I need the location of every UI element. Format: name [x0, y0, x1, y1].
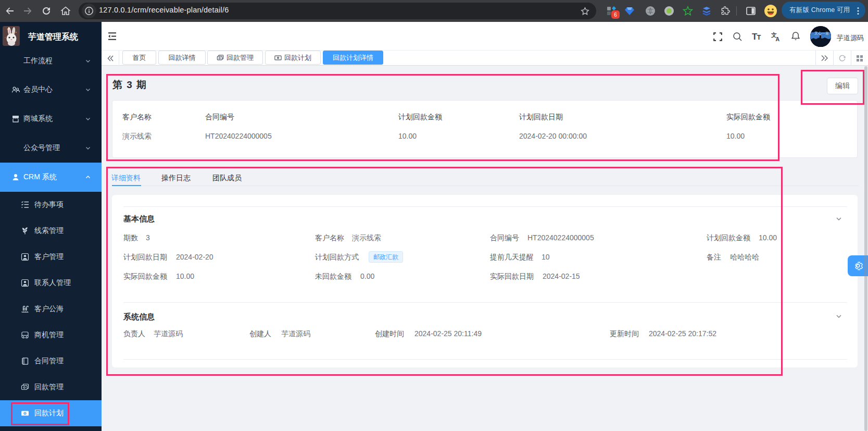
svg-text:A: A [776, 36, 780, 42]
svg-text:文心一言: 文心一言 [814, 31, 829, 35]
